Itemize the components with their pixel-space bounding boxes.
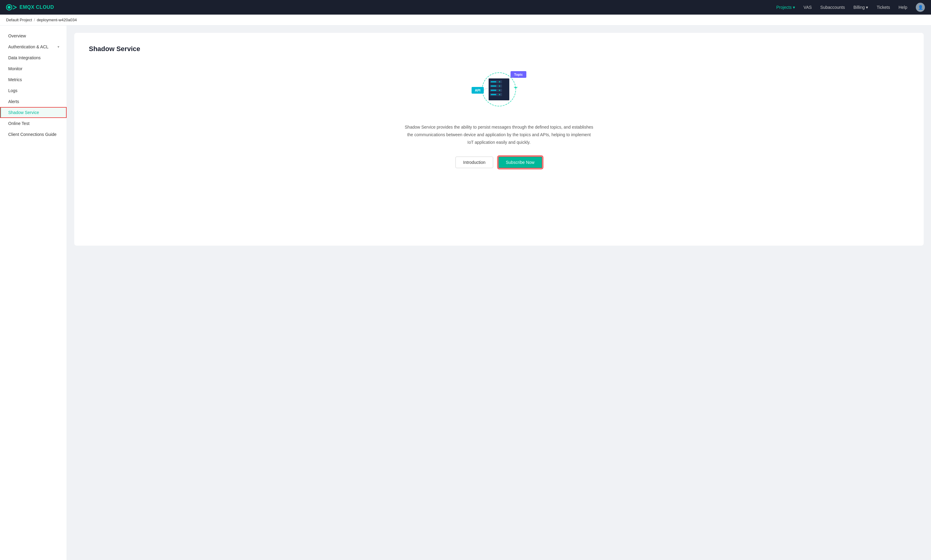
svg-point-15 [499,90,500,91]
sidebar-item-shadow-service[interactable]: Shadow Service [0,107,66,118]
svg-line-22 [484,88,488,89]
svg-rect-10 [491,85,496,87]
svg-text:API: API [475,88,480,92]
svg-rect-12 [491,94,496,95]
action-buttons: Introduction Subscribe Now [89,156,909,168]
emqx-logo-icon [6,4,17,11]
sidebar-item-overview[interactable]: Overview [0,31,66,42]
nav-billing[interactable]: Billing ▾ [853,5,868,10]
chevron-down-icon: ▾ [57,45,59,49]
svg-text:Topic: Topic [514,73,523,76]
nav-tickets[interactable]: Tickets [877,5,890,10]
content-card: Shadow Service [74,33,924,246]
subscribe-now-button[interactable]: Subscribe Now [498,156,543,168]
sidebar-item-alerts[interactable]: Alerts [0,96,66,107]
breadcrumb: Default Project / deployment-w420a034 [0,15,931,26]
sidebar-item-logs[interactable]: Logs [0,85,66,96]
svg-point-1 [8,6,11,9]
nav-links: Projects ▾ VAS Subaccounts Billing ▾ Tic… [777,3,925,12]
sidebar-item-client-connections-guide[interactable]: Client Connections Guide [0,129,66,140]
user-avatar[interactable]: 👤 [916,3,925,12]
shadow-service-illustration: Topic API [466,65,532,114]
chevron-down-icon: ▾ [793,5,795,10]
logo[interactable]: EMQX CLOUD [6,4,54,11]
introduction-button[interactable]: Introduction [455,157,493,168]
svg-marker-3 [513,87,518,89]
nav-projects[interactable]: Projects ▾ [777,5,795,10]
illustration-container: Topic API [89,65,909,114]
service-description: Shadow Service provides the ability to p… [405,123,593,146]
logo-text: EMQX CLOUD [20,5,54,10]
breadcrumb-deployment: deployment-w420a034 [37,18,77,22]
sidebar-item-monitor[interactable]: Monitor [0,63,66,74]
breadcrumb-separator: / [34,18,35,22]
chevron-down-icon: ▾ [866,5,868,10]
sidebar-item-online-test[interactable]: Online Test [0,118,66,129]
svg-rect-9 [491,81,496,82]
svg-point-14 [499,85,500,87]
nav-help[interactable]: Help [899,5,907,10]
sidebar: Overview Authentication & ACL ▾ Data Int… [0,26,67,560]
main-layout: Overview Authentication & ACL ▾ Data Int… [0,26,931,560]
breadcrumb-project[interactable]: Default Project [6,18,32,22]
sidebar-item-data-integrations[interactable]: Data Integrations [0,52,66,63]
svg-point-13 [499,81,500,82]
page-title: Shadow Service [89,45,909,53]
content-area: Shadow Service [67,26,931,560]
sidebar-item-metrics[interactable]: Metrics [0,74,66,85]
svg-point-16 [499,94,500,95]
svg-rect-11 [491,90,496,91]
nav-vas[interactable]: VAS [803,5,812,10]
top-navigation: EMQX CLOUD Projects ▾ VAS Subaccounts Bi… [0,0,931,15]
nav-subaccounts[interactable]: Subaccounts [820,5,845,10]
sidebar-item-auth-acl[interactable]: Authentication & ACL ▾ [0,42,66,52]
